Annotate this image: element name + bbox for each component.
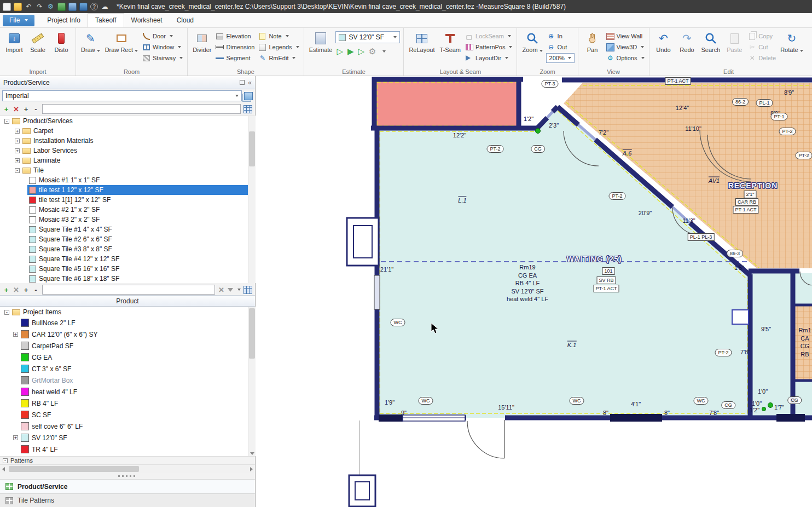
tile-item[interactable]: tile test 1[1] 12" x 12" SF [0, 195, 256, 205]
delete-button[interactable]: ✕Delete [747, 53, 777, 63]
redo-button[interactable]: ↷ Redo [676, 30, 698, 55]
help-icon[interactable]: ? [90, 3, 98, 10]
cloud-icon[interactable]: ☁ [101, 3, 109, 11]
project-item[interactable]: RB 4" LF [0, 397, 256, 409]
project-item[interactable]: + CAR 12'0" (6" x 6") SY [0, 329, 256, 340]
divider-button[interactable]: Divider [191, 30, 213, 55]
filter-funnel-icon[interactable] [228, 288, 233, 292]
tree-folder-tile[interactable]: - Tile [0, 165, 256, 175]
export-table-icon[interactable] [57, 3, 66, 11]
float-panel-icon[interactable] [240, 80, 245, 85]
project-item[interactable]: self cove 6" 6" LF [0, 420, 256, 432]
tile-item[interactable]: Square Tile #4 12" x 12" SF [0, 254, 256, 264]
collapse-all-icon[interactable]: - [32, 286, 39, 294]
tile-item[interactable]: tile test 1 12" x 12" SF [0, 185, 256, 195]
import-button[interactable]: ↓ Import [3, 30, 25, 55]
project-item[interactable]: BullNose 2" LF [0, 317, 256, 329]
undo-icon[interactable]: ↶ [25, 3, 33, 11]
patterns-section[interactable]: - Patterns [0, 456, 255, 464]
scroll-left-icon[interactable] [2, 467, 5, 471]
project-item[interactable]: TR 4" LF [0, 443, 256, 455]
tile-item[interactable]: Square Tile #5 16" x 16" SF [0, 264, 256, 274]
settings-gear-icon[interactable]: ⚙ [47, 3, 55, 11]
lockseam-button[interactable]: LockSeam [464, 31, 513, 41]
tile-item[interactable]: Square Tile #1 4" x 4" SF [0, 224, 256, 234]
save-icon[interactable] [79, 3, 88, 11]
tile-item[interactable]: Square Tile #2 6" x 6" SF [0, 234, 256, 244]
drawing-canvas[interactable]: 1'2" 2'3" 12'2" 7'2" 12'4" 11'10" 8'9" 8… [256, 76, 812, 507]
scrollbar-thumb[interactable] [249, 131, 255, 166]
tile-item[interactable]: Mosaic #2 1" x 2" SF [0, 205, 256, 215]
scroll-down-icon[interactable] [250, 452, 254, 455]
stairway-button[interactable]: Stairway [141, 53, 184, 63]
redo-icon[interactable]: ↷ [36, 3, 44, 11]
expander-icon[interactable]: + [13, 332, 18, 337]
expander-icon[interactable]: - [15, 168, 20, 173]
expander-icon[interactable]: + [15, 129, 20, 134]
caret-down-icon[interactable] [237, 289, 241, 291]
tile-item[interactable]: Mosaic #1 1" x 1" SF [0, 175, 256, 185]
new-file-icon[interactable] [3, 3, 11, 11]
ribbon-tab[interactable]: Project Info [40, 13, 88, 27]
project-item[interactable]: CG EA [0, 352, 256, 363]
grid-view-icon[interactable] [243, 286, 252, 294]
zoom-level-select[interactable]: 200% [546, 53, 575, 63]
rmedit-button[interactable]: ✎RmEdit [257, 53, 300, 63]
estimate-run-icon[interactable]: ▷ [337, 47, 343, 56]
tree-root[interactable]: - Product/Services [0, 116, 256, 126]
grid-view-icon[interactable] [243, 105, 252, 113]
zoom-button[interactable]: Zoom [520, 30, 544, 55]
tile-item[interactable]: Square Tile #6 18" x 18" SF [0, 274, 256, 283]
project-item[interactable]: SC SF [0, 409, 256, 420]
tile-item[interactable]: Square Tile #3 8" x 8" SF [0, 244, 256, 254]
ribbon-tab[interactable]: Cloud [170, 13, 201, 27]
open-folder-icon[interactable] [14, 3, 22, 11]
scroll-right-icon[interactable] [250, 467, 253, 471]
project-items-search-input[interactable] [42, 285, 215, 295]
horizontal-scrollbar[interactable] [0, 464, 255, 473]
note-button[interactable]: Note [257, 31, 300, 41]
expander-icon[interactable]: + [15, 139, 20, 143]
copy-button[interactable]: Copy [747, 31, 777, 41]
elevation-button[interactable]: Elevation [214, 31, 256, 41]
remove-item-icon[interactable]: ✕ [13, 105, 20, 113]
report-icon[interactable] [68, 3, 77, 11]
unit-select[interactable]: Imperial [2, 90, 242, 101]
relayout-button[interactable]: ReLayout [407, 30, 436, 55]
switch-catalog-icon[interactable] [244, 92, 253, 100]
estimate-settings-gear-icon[interactable]: ⚙ [369, 47, 376, 56]
project-item[interactable]: CT 3" x 6" SF [0, 363, 256, 375]
bottom-tab-product-service[interactable]: Product/Service [0, 479, 255, 493]
file-menu-button[interactable]: File [3, 15, 34, 26]
project-item[interactable]: heat weld 4" LF [0, 386, 256, 397]
zoom-out-button[interactable]: ⊖Out [546, 42, 575, 52]
door-button[interactable]: Door [141, 31, 184, 41]
estimate-button[interactable]: Estimate [308, 30, 334, 55]
tree-folder[interactable]: + Installation Materials [0, 136, 256, 146]
search-button[interactable]: Search [700, 30, 722, 55]
pan-button[interactable]: Pan [582, 30, 604, 55]
scrollbar-thumb[interactable] [9, 466, 139, 472]
undo-button[interactable]: ↶ Undo [653, 30, 675, 55]
collapse-panel-icon[interactable]: « [248, 79, 252, 87]
view3d-button[interactable]: View3D [605, 42, 646, 52]
project-item[interactable]: + SV 12'0" SF [0, 432, 256, 443]
collapse-all-icon[interactable]: - [32, 105, 39, 113]
legends-button[interactable]: Legends [257, 42, 300, 52]
tile-item[interactable]: Mosaic #3 2" x 2" SF [0, 215, 256, 224]
tree-folder[interactable]: + Laminate [0, 155, 256, 165]
rotate-button[interactable]: ↻ Rotate [779, 30, 804, 55]
tseam-button[interactable]: T-Seam [438, 30, 463, 55]
scrollbar-thumb[interactable] [249, 308, 255, 359]
tree-scrollbar[interactable] [248, 307, 256, 456]
expander-icon[interactable]: - [4, 310, 9, 315]
cut-button[interactable]: ✂Cut [747, 42, 777, 52]
expander-icon[interactable]: - [4, 119, 9, 124]
window-button[interactable]: Window [141, 42, 184, 52]
remove-item-icon[interactable]: ✕ [13, 286, 20, 294]
tree-scrollbar[interactable] [248, 116, 256, 283]
zoom-in-button[interactable]: ⊕In [546, 31, 575, 41]
bottom-tab-tile-patterns[interactable]: Tile Patterns [0, 493, 255, 507]
options-button[interactable]: ⚙Options [605, 53, 646, 63]
tree-folder[interactable]: + Carpet [0, 126, 256, 136]
